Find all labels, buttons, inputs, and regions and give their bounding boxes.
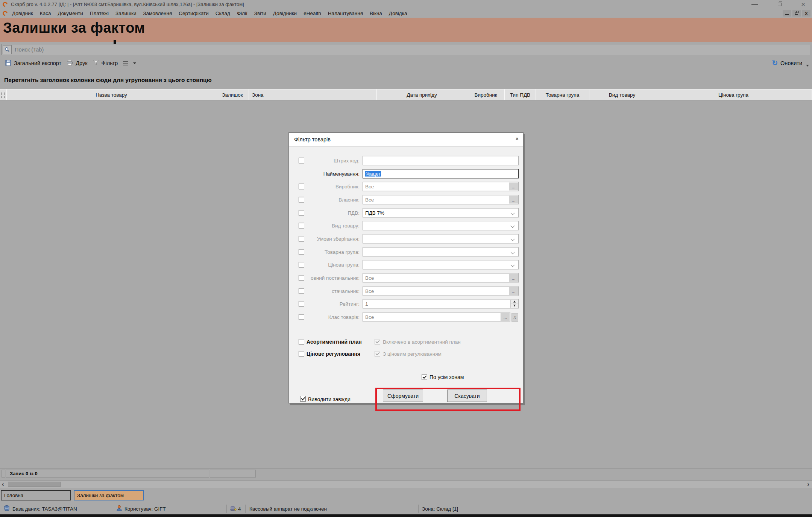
view-options-button[interactable] — [123, 61, 136, 65]
refresh-chevron-icon[interactable] — [806, 65, 809, 67]
menu-item[interactable]: eHealth — [304, 11, 321, 16]
dialog-close-icon[interactable]: × — [516, 134, 519, 143]
tab-inactive[interactable]: Головна — [1, 490, 71, 500]
row-checkbox[interactable] — [299, 223, 304, 228]
menu-item[interactable]: Вікна — [370, 11, 382, 16]
chevron-down-icon[interactable] — [510, 237, 515, 241]
combo-select[interactable] — [363, 247, 519, 256]
menu-item[interactable]: Філії — [237, 11, 247, 16]
combo-select[interactable]: ПДВ 7% — [363, 208, 519, 217]
row-checkbox[interactable] — [299, 210, 304, 215]
ellipsis-button[interactable]: ... — [501, 313, 510, 321]
column-header[interactable]: Зона — [249, 89, 377, 100]
mdi-minimize-button[interactable] — [783, 10, 791, 17]
column-header[interactable]: Тип ПДВ — [505, 89, 536, 100]
scroll-right-arrow[interactable]: › — [807, 481, 809, 488]
grouping-drop-zone[interactable]: Перетягніть заголовок колонки сюди для у… — [0, 71, 812, 89]
chevron-down-icon[interactable] — [510, 250, 515, 254]
combo-select[interactable] — [363, 221, 519, 230]
lookup-field[interactable]: Все... — [363, 273, 519, 282]
menu-item[interactable]: Залишки — [115, 11, 136, 16]
always-show-checkbox[interactable] — [300, 396, 306, 402]
export-label: Загальний експорт — [14, 60, 61, 66]
column-header[interactable]: Дата прихіду — [377, 89, 467, 100]
lookup-field[interactable]: Все... — [363, 182, 519, 191]
menu-item[interactable]: Склад — [216, 11, 230, 16]
combo-select[interactable] — [363, 234, 519, 243]
chevron-down-icon[interactable] — [510, 262, 515, 267]
row-control: ПДВ 7% — [363, 208, 519, 217]
restore-button[interactable] — [778, 3, 782, 6]
menu-item[interactable]: Довідники — [273, 11, 297, 16]
lookup-field[interactable]: Все... — [363, 195, 519, 204]
column-header[interactable]: Залишок — [216, 89, 249, 100]
row-checkbox[interactable] — [299, 262, 304, 267]
menu-item[interactable]: Довідник — [12, 11, 33, 16]
menu-item[interactable]: Платежі — [90, 11, 109, 16]
menu-item[interactable]: Документи — [58, 11, 83, 16]
lookup-field[interactable]: Все... — [363, 286, 519, 296]
cancel-button[interactable]: Скасувати — [447, 390, 487, 402]
combo-select[interactable] — [363, 260, 519, 269]
row-checkbox[interactable] — [299, 249, 304, 255]
tab-active[interactable]: Залишки за фактом — [74, 490, 144, 500]
chevron-down-icon[interactable] — [510, 211, 515, 215]
search-icon[interactable] — [3, 45, 12, 54]
mdi-restore-button[interactable] — [792, 10, 801, 17]
row-label: Найменування: — [304, 171, 360, 176]
lookup-field[interactable]: Все...X — [363, 312, 510, 321]
column-header[interactable]: Назва товару — [7, 89, 216, 100]
left-checkbox[interactable] — [299, 351, 304, 357]
column-header[interactable]: Виробник — [467, 89, 505, 100]
row-control — [363, 234, 519, 243]
text-input[interactable] — [363, 156, 519, 165]
chevron-down-icon[interactable] — [510, 223, 515, 227]
column-header[interactable]: Вид товару — [589, 89, 655, 100]
filter-button[interactable]: Фільтр — [93, 60, 118, 67]
menu-item[interactable]: Сертифікати — [179, 11, 208, 16]
row-checkbox[interactable] — [299, 158, 304, 163]
ellipsis-button[interactable]: ... — [509, 182, 518, 190]
ellipsis-button[interactable]: ... — [509, 196, 518, 203]
column-header[interactable]: Товарна група — [536, 89, 589, 100]
spin-down-button[interactable] — [511, 304, 518, 308]
clear-button[interactable]: X — [511, 313, 518, 321]
text-input[interactable]: %ацет — [363, 169, 519, 178]
row-checkbox[interactable] — [299, 288, 304, 294]
row-checkbox[interactable] — [299, 275, 304, 280]
table-corner-cell[interactable] — [0, 89, 7, 100]
row-control: %ацет — [363, 169, 519, 178]
row-checkbox[interactable] — [299, 314, 304, 320]
all-zones-checkbox[interactable] — [422, 374, 427, 380]
scroll-left-arrow[interactable]: ‹ — [2, 481, 4, 488]
dialog-title-bar[interactable]: Фільтр товарів × — [289, 133, 523, 147]
menu-item[interactable]: Каса — [40, 11, 51, 16]
statusbar-divider — [418, 505, 419, 513]
mdi-close-button[interactable]: x — [802, 10, 810, 17]
close-button[interactable]: × — [801, 1, 805, 8]
row-checkbox[interactable] — [299, 183, 304, 189]
ellipsis-button[interactable]: ... — [509, 274, 518, 282]
print-button[interactable]: Друк — [67, 60, 87, 67]
menu-item[interactable]: Налаштування — [328, 11, 363, 16]
spin-up-button[interactable] — [511, 300, 518, 304]
row-checkbox[interactable] — [299, 236, 304, 241]
menu-item[interactable]: Довідка — [389, 11, 407, 16]
column-header[interactable]: Цінова група — [655, 89, 812, 100]
row-checkbox[interactable] — [299, 197, 304, 202]
menu-item[interactable]: Замовлення — [143, 11, 172, 16]
menu-item[interactable]: Звіти — [254, 11, 266, 16]
search-bar[interactable]: Поиск (Tab) — [2, 44, 810, 55]
submit-button[interactable]: Сформувати — [383, 390, 423, 402]
statusbar-divider — [113, 505, 113, 513]
minimize-button[interactable] — [751, 4, 758, 5]
horizontal-scrollbar[interactable]: ‹ › — [0, 480, 812, 488]
row-label: Умови зберігання: — [304, 236, 360, 241]
row-checkbox[interactable] — [299, 301, 304, 306]
spinner-field[interactable]: 1 — [363, 299, 519, 308]
export-button[interactable]: Загальний експорт — [5, 60, 61, 67]
scrollbar-thumb[interactable] — [8, 482, 61, 487]
ellipsis-button[interactable]: ... — [509, 287, 518, 295]
left-checkbox[interactable] — [299, 339, 304, 345]
refresh-button[interactable]: ↻ Оновити — [772, 60, 802, 67]
